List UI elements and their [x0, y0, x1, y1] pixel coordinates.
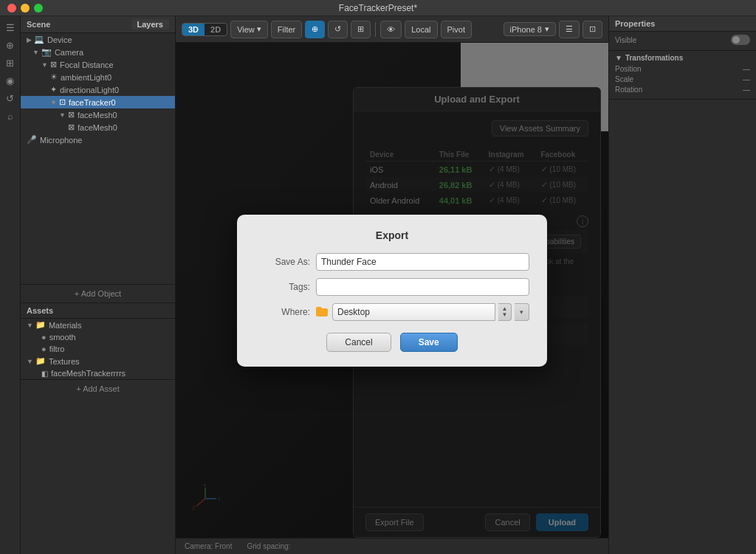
ambient-icon: ☀ [50, 72, 58, 82]
content-area: 3D 2D View ▾ Filter ⊕ ↺ ⊞ 👁 Local Pivot [176, 16, 608, 554]
grid-icon[interactable]: ⊞ [2, 55, 18, 71]
maximize-button[interactable] [34, 4, 43, 13]
filter-button[interactable]: Filter [271, 21, 302, 38]
rotate-tool[interactable]: ↺ [328, 21, 348, 38]
position-value: — [743, 65, 750, 73]
visible-toggle[interactable] [731, 35, 750, 45]
window-controls[interactable] [7, 4, 43, 13]
modal-actions: Cancel Save [255, 333, 529, 352]
menu-icon[interactable]: ☰ [2, 19, 18, 35]
tree-item-directional[interactable]: ✦ directionalLight0 [21, 83, 175, 96]
add-asset-button[interactable]: + Add Asset [21, 379, 175, 398]
facetracker-icon: ⊡ [59, 97, 66, 107]
arrow-facetracker: ▼ [50, 99, 57, 106]
textures-folder-icon: 📁 [35, 356, 46, 366]
scale-value: — [743, 75, 750, 83]
where-stepper[interactable]: ▲ ▼ [498, 303, 512, 321]
materials-label: Materials [49, 321, 82, 330]
arrow-focal: ▼ [41, 61, 48, 69]
expand-arrow[interactable]: ▼ [615, 54, 622, 62]
tree-item-facemesh0[interactable]: ▼ ⊠ faceMesh0 [21, 108, 175, 121]
tree-item-textures[interactable]: ▼ 📁 Textures [21, 355, 175, 367]
position-label: Position [615, 65, 642, 73]
modal-overlay: Export Save As: Tags: Where: [176, 43, 608, 538]
where-dropdown[interactable]: ▾ [515, 303, 529, 321]
refresh-icon[interactable]: ↺ [2, 90, 18, 106]
camera-status: Camera: Front [185, 542, 232, 550]
assets-tree: ▼ 📁 Materials ● smooth ● filtro ▼ 📁 Text… [21, 319, 175, 379]
assets-title: Assets [21, 303, 175, 319]
filtro-label: filtro [49, 344, 65, 353]
tree-item-device[interactable]: ▶ 💻 Device [21, 33, 175, 46]
folder-icon [316, 307, 328, 316]
pivot-button[interactable]: Pivot [441, 21, 472, 38]
tree-item-facemesh0-child[interactable]: ⊠ faceMesh0 [21, 121, 175, 134]
mode-2d-button[interactable]: 2D [205, 24, 227, 35]
focal-icon: ⊠ [50, 60, 57, 69]
add-object-button[interactable]: + Add Object [21, 284, 175, 302]
scene-title: Scene [27, 20, 50, 29]
materials-folder-icon: 📁 [35, 320, 46, 330]
save-as-row: Save As: [255, 253, 529, 271]
layers-icon[interactable]: ◉ [2, 72, 18, 89]
directional-icon: ✦ [50, 85, 57, 94]
view-label: View [237, 25, 255, 34]
left-sidebar-icons: ☰ ⊕ ⊞ ◉ ↺ ⌕ [0, 16, 21, 554]
view-button[interactable]: View ▾ [230, 21, 268, 38]
tree-item-facetracker[interactable]: ▼ ⊡ faceTracker0 [21, 96, 175, 108]
device-label: Device [47, 35, 72, 44]
close-button[interactable] [7, 4, 16, 13]
search-icon[interactable]: ⌕ [2, 108, 18, 124]
save-as-input[interactable] [316, 253, 529, 271]
view-eye-button[interactable]: 👁 [380, 21, 402, 38]
modal-save-button[interactable]: Save [400, 333, 458, 352]
scene-tree: ▶ 💻 Device ▼ 📷 Camera ▼ ⊠ Focal Distance… [21, 33, 175, 284]
tags-input[interactable] [316, 278, 529, 296]
add-icon[interactable]: ⊕ [2, 37, 18, 53]
layers-tab[interactable]: Layers [131, 19, 169, 30]
modal-cancel-button[interactable]: Cancel [326, 333, 391, 352]
transformations-section: ▼ Transformations Position — Scale — Rot… [609, 51, 756, 100]
status-bar: Camera: Front Grid spacing: [176, 538, 608, 554]
tree-item-smooth[interactable]: ● smooth [21, 331, 175, 343]
where-select[interactable]: Desktop [332, 303, 495, 321]
tree-item-filtro[interactable]: ● filtro [21, 343, 175, 355]
where-value: Desktop [337, 307, 370, 317]
local-button[interactable]: Local [405, 21, 437, 38]
tree-item-facemesh-texture[interactable]: ◧ faceMeshTrackerrrrs [21, 367, 175, 379]
viewport: Upload and Export View Assets Summary De… [176, 43, 608, 538]
move-tool[interactable]: ⊕ [305, 21, 325, 38]
title-bar: FaceTrackerPreset* [0, 0, 756, 16]
facemesh0-child-icon: ⊠ [68, 122, 75, 132]
minimize-button[interactable] [21, 4, 30, 13]
smooth-label: smooth [49, 333, 76, 342]
transformations-header: ▼ Transformations [615, 54, 750, 62]
smooth-icon: ● [41, 333, 47, 342]
local-label: Local [411, 25, 430, 34]
mode-3d-button[interactable]: 3D [182, 24, 205, 35]
assets-panel: Assets ▼ 📁 Materials ● smooth ● filtro ▼ [21, 302, 175, 554]
facemesh0-child-label: faceMesh0 [78, 123, 117, 132]
pivot-label: Pivot [447, 25, 465, 34]
layout-button[interactable]: ☰ [559, 21, 580, 38]
tree-item-ambient[interactable]: ☀ ambientLight0 [21, 71, 175, 83]
toolbar: 3D 2D View ▾ Filter ⊕ ↺ ⊞ 👁 Local Pivot [176, 16, 608, 43]
filtro-icon: ● [41, 344, 47, 353]
iphone-label: iPhone 8 [510, 25, 542, 34]
device-selector[interactable]: iPhone 8 ▾ [504, 22, 556, 36]
tree-item-microphone[interactable]: 🎤 Microphone [21, 134, 175, 146]
textures-label: Textures [49, 357, 80, 366]
fullscreen-button[interactable]: ⊡ [583, 21, 602, 38]
ambient-label: ambientLight0 [61, 73, 111, 82]
position-row: Position — [615, 65, 750, 73]
visible-label: Visible [615, 36, 636, 44]
main-layout: ☰ ⊕ ⊞ ◉ ↺ ⌕ Scene Layers ▶ 💻 Device ▼ 📷 … [0, 16, 756, 554]
mode-toggle[interactable]: 3D 2D [182, 23, 227, 36]
arrow-materials: ▼ [27, 322, 33, 329]
tree-item-materials[interactable]: ▼ 📁 Materials [21, 319, 175, 331]
tree-item-camera[interactable]: ▼ 📷 Camera [21, 46, 175, 58]
facemesh0-icon: ⊠ [68, 110, 75, 120]
scale-tool[interactable]: ⊞ [351, 21, 371, 38]
tree-item-focal[interactable]: ▼ ⊠ Focal Distance [21, 58, 175, 71]
camera-icon: 📷 [41, 47, 52, 57]
